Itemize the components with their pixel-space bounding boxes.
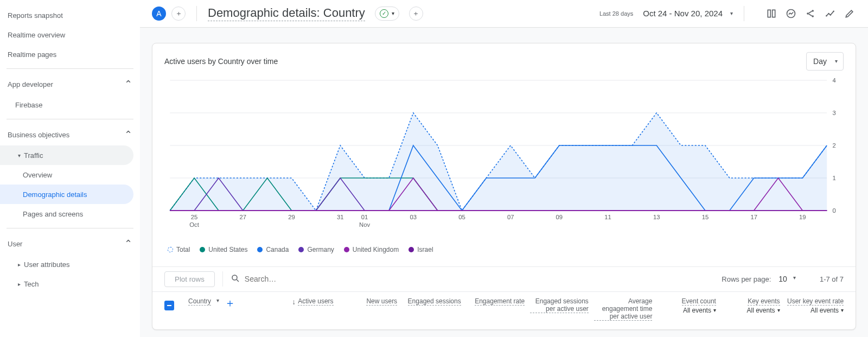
avatar[interactable]: A: [152, 7, 166, 21]
sidebar-item-tech[interactable]: ▸ Tech: [0, 274, 133, 294]
svg-point-4: [812, 10, 814, 12]
table-toolbar: Plot rows Rows per page: 10 1-7 of 7: [152, 266, 856, 291]
page-title: Demographic details: Country: [208, 6, 365, 21]
granularity-select[interactable]: Day: [806, 52, 844, 71]
svg-text:17: 17: [750, 214, 757, 220]
legend-item-de[interactable]: Germany: [298, 246, 334, 253]
add-comparison-button[interactable]: ＋: [409, 7, 423, 21]
key-events-filter[interactable]: All events▾: [746, 307, 780, 314]
sidebar-item-user-attributes[interactable]: ▸ User attributes: [0, 255, 133, 274]
report-card: Active users by Country over time Day 01…: [152, 43, 856, 330]
legend-label: Canada: [266, 246, 289, 253]
svg-text:05: 05: [458, 214, 465, 220]
sidebar-item-reports-snapshot[interactable]: Reports snapshot: [0, 5, 133, 25]
svg-text:11: 11: [604, 214, 611, 220]
svg-text:2: 2: [832, 142, 835, 149]
insights-icon[interactable]: [824, 7, 837, 20]
svg-text:Nov: Nov: [359, 221, 370, 228]
svg-text:25: 25: [191, 214, 198, 220]
legend-item-ca[interactable]: Canada: [257, 246, 289, 253]
sidebar-item-label: Realtime pages: [8, 50, 56, 59]
svg-text:3: 3: [832, 110, 835, 116]
svg-point-6: [826, 15, 827, 17]
status-pill[interactable]: ✓ ▾: [375, 7, 399, 21]
divider: [7, 228, 133, 228]
sidebar-item-label: Reports snapshot: [8, 11, 63, 20]
column-user-key-event-rate[interactable]: User key event rate: [787, 297, 844, 306]
svg-text:29: 29: [288, 214, 295, 220]
chevron-down-icon[interactable]: ▾: [730, 10, 733, 16]
divider: [744, 6, 744, 21]
legend-swatch: [257, 247, 263, 252]
plot-rows-button[interactable]: Plot rows: [164, 271, 215, 287]
svg-text:09: 09: [556, 214, 563, 220]
share-icon[interactable]: [804, 7, 817, 20]
date-range-value[interactable]: Oct 24 - Nov 20, 2024: [643, 9, 723, 18]
sidebar-item-demographic-details[interactable]: Demographic details: [0, 185, 133, 204]
svg-text:Oct: Oct: [189, 221, 199, 228]
column-avg-engagement-time[interactable]: Average engagement time per active user: [594, 297, 653, 321]
sidebar-group-label: App developer: [8, 80, 124, 88]
plus-icon: ＋: [175, 9, 182, 18]
svg-rect-0: [768, 10, 770, 17]
edit-icon[interactable]: [843, 7, 856, 20]
user-key-event-rate-filter[interactable]: All events▾: [810, 307, 844, 314]
sidebar-item-label: User attributes: [24, 260, 70, 269]
column-engaged-sessions[interactable]: Engaged sessions: [408, 297, 461, 306]
caret-right-icon: ▸: [15, 262, 23, 268]
svg-point-37: [232, 275, 237, 280]
add-dimension-button[interactable]: ＋: [225, 297, 235, 308]
legend-swatch: [344, 247, 349, 252]
date-range-label: Last 28 days: [599, 10, 633, 17]
sidebar-group-user[interactable]: User ⌃: [0, 233, 140, 255]
add-segment-button[interactable]: ＋: [171, 7, 186, 21]
svg-text:07: 07: [507, 214, 514, 220]
chevron-down-icon: ▾: [392, 10, 394, 16]
search-input[interactable]: [245, 275, 353, 283]
sidebar-item-pages-and-screens[interactable]: Pages and screens: [0, 204, 133, 224]
legend-label: Israel: [417, 246, 433, 253]
legend-item-il[interactable]: Israel: [409, 246, 433, 253]
legend-label: Germany: [307, 246, 334, 253]
rows-per-page-select[interactable]: 10: [778, 275, 796, 283]
sidebar-item-realtime-pages[interactable]: Realtime pages: [0, 44, 133, 64]
column-engaged-sessions-per-active-user[interactable]: Engaged sessions per active user: [530, 297, 589, 313]
check-circle-icon: ✓: [380, 9, 388, 18]
legend-item-total[interactable]: Total: [168, 246, 190, 253]
event-count-filter[interactable]: All events▾: [683, 307, 716, 314]
caret-down-icon: ▾: [15, 152, 23, 158]
granularity-value: Day: [813, 57, 827, 66]
trend-circle-icon[interactable]: [784, 7, 797, 20]
column-event-count[interactable]: Event count: [682, 297, 716, 306]
svg-point-5: [812, 15, 814, 17]
sidebar-group-label: Business objectives: [8, 131, 124, 139]
legend-swatch: [409, 247, 414, 252]
sidebar-item-firebase[interactable]: Firebase: [0, 95, 133, 115]
sidebar-item-overview[interactable]: Overview: [0, 165, 133, 185]
sidebar-item-label: Overview: [23, 171, 52, 179]
column-active-users[interactable]: Active users: [298, 297, 333, 306]
column-country[interactable]: Country: [188, 297, 211, 306]
sidebar-item-realtime-overview[interactable]: Realtime overview: [0, 25, 133, 44]
column-engagement-rate[interactable]: Engagement rate: [475, 297, 525, 306]
chevron-up-icon: ⌃: [124, 238, 132, 250]
legend-item-us[interactable]: United States: [200, 246, 247, 253]
sidebar-group-label: User: [8, 240, 124, 248]
sort-desc-icon[interactable]: ↓: [292, 297, 296, 306]
sidebar-group-app-developer[interactable]: App developer ⌃: [0, 73, 140, 95]
table-header-row: Country ▾ ＋ ↓ Active users New users Eng…: [152, 291, 856, 329]
legend-label: United States: [208, 246, 247, 253]
column-new-users[interactable]: New users: [366, 297, 397, 306]
column-key-events[interactable]: Key events: [748, 297, 780, 306]
sidebar-group-business-objectives[interactable]: Business objectives ⌃: [0, 124, 140, 145]
sidebar-item-label: Tech: [24, 280, 39, 288]
select-all-checkbox[interactable]: [164, 301, 174, 310]
sidebar-item-label: Firebase: [15, 101, 43, 109]
sidebar-item-traffic[interactable]: ▾ Traffic: [0, 145, 133, 165]
divider: [7, 119, 133, 119]
legend-item-uk[interactable]: United Kingdom: [344, 246, 399, 253]
svg-point-7: [828, 13, 829, 15]
chevron-down-icon[interactable]: ▾: [216, 297, 219, 303]
line-chart: 0123425Oct27293101Nov030507091113151719: [164, 75, 844, 238]
compare-icon[interactable]: [765, 7, 778, 20]
